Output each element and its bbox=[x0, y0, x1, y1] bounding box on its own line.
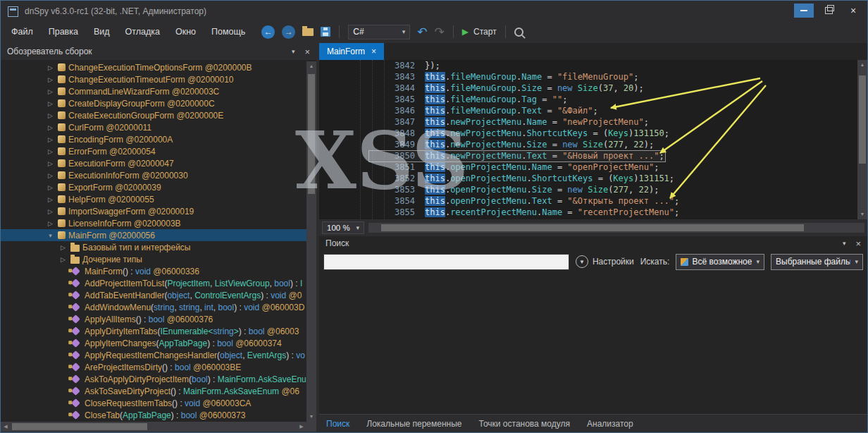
scroll-up-icon[interactable]: ▲ bbox=[306, 61, 316, 71]
tree-item-member[interactable]: ApplyAllItems() : bool @06000376 bbox=[1, 313, 306, 325]
code-line[interactable]: 3845this.fileMenuGroup.Tag = ""; bbox=[319, 94, 857, 105]
scroll-right-icon[interactable]: ▶ bbox=[297, 422, 306, 432]
menu-item-0[interactable]: Файл bbox=[4, 27, 41, 37]
tree-item-class[interactable]: ▷HelpForm @02000055 bbox=[1, 193, 306, 205]
language-select[interactable]: C# ▾ bbox=[348, 25, 410, 39]
tree-item-class[interactable]: ▷ExportForm @02000039 bbox=[1, 181, 306, 193]
scrollbar-thumb[interactable] bbox=[859, 75, 866, 164]
tree-item-member[interactable]: ApplyDirtyItemTabs(IEnumerable<string>) … bbox=[1, 325, 306, 337]
start-button[interactable]: ▶ Старт bbox=[462, 27, 497, 37]
tree-item-class[interactable]: ▾MainForm @02000056 bbox=[1, 229, 306, 241]
tree-item-folder[interactable]: ▷Базовый тип и интерфейсы bbox=[1, 241, 306, 253]
expander-icon[interactable]: ▷ bbox=[46, 196, 55, 203]
code-line[interactable]: 3844this.fileMenuGroup.Size = new Size(3… bbox=[319, 83, 857, 94]
tree-item-class[interactable]: ▷LicenseInfoForm @0200003B bbox=[1, 217, 306, 229]
scroll-down-icon[interactable]: ▼ bbox=[857, 209, 867, 219]
code-line[interactable]: 3847this.newProjectMenu.Name = "newProje… bbox=[319, 116, 857, 128]
expander-icon[interactable]: ▾ bbox=[46, 232, 55, 239]
tree-vertical-scrollbar[interactable]: ▲ ▼ bbox=[306, 61, 316, 422]
tree-item-member[interactable]: AddWindowMenu(string, string, int, bool)… bbox=[1, 301, 306, 313]
panel-close-icon[interactable]: × bbox=[855, 238, 861, 249]
tree-item-member[interactable]: MainForm() : void @06000336 bbox=[1, 265, 306, 277]
tab-close-icon[interactable]: × bbox=[371, 47, 376, 56]
search-icon[interactable] bbox=[514, 28, 523, 37]
navigate-forward-button[interactable]: → bbox=[282, 25, 295, 39]
expander-icon[interactable]: ▷ bbox=[46, 220, 55, 227]
tree-item-member[interactable]: ApplyItemChanges(AppTabPage) : bool @060… bbox=[1, 337, 306, 349]
expander-icon[interactable]: ▷ bbox=[46, 136, 55, 143]
undo-icon[interactable]: ↶ bbox=[417, 26, 427, 38]
open-file-icon[interactable] bbox=[302, 28, 314, 36]
expander-icon[interactable]: ▷ bbox=[46, 172, 55, 179]
menu-item-2[interactable]: Вид bbox=[86, 27, 118, 37]
search-scope-select[interactable]: Всё возможное ▾ bbox=[676, 254, 764, 270]
bottom-tab-0[interactable]: Поиск bbox=[326, 419, 349, 429]
tree-item-class[interactable]: ▷EncodingForm @0200000A bbox=[1, 133, 306, 145]
code-editor[interactable]: 3842});3843this.fileMenuGroup.Name = "fi… bbox=[319, 60, 857, 219]
menu-item-4[interactable]: Окно bbox=[168, 27, 204, 37]
expander-icon[interactable]: ▷ bbox=[46, 124, 55, 131]
code-line[interactable]: 3846this.fileMenuGroup.Text = "&Файл"; bbox=[319, 105, 857, 116]
code-line[interactable]: 3854this.openProjectMenu.Text = "&Открыт… bbox=[319, 195, 857, 207]
menu-item-3[interactable]: Отладка bbox=[118, 27, 168, 37]
expander-icon[interactable]: ▷ bbox=[58, 256, 68, 263]
tree-item-member[interactable]: CloseTab(AppTabPage) : bool @06000373 bbox=[1, 409, 306, 421]
tree-item-class[interactable]: ▷CurlForm @02000011 bbox=[1, 121, 306, 133]
tree-item-class[interactable]: ▷ChangeExecutionTimeoutForm @02000010 bbox=[1, 73, 306, 85]
code-line[interactable]: 3848this.newProjectMenu.ShortcutKeys = (… bbox=[319, 128, 857, 139]
code-line[interactable]: 3842}); bbox=[319, 60, 857, 71]
tree-item-member[interactable]: AddProjectItemToList(ProjectItem, ListVi… bbox=[1, 277, 306, 289]
search-files-select[interactable]: Выбранные файлы ▾ bbox=[771, 254, 863, 270]
expander-icon[interactable]: ▷ bbox=[46, 148, 55, 155]
expander-icon[interactable]: ▷ bbox=[46, 184, 55, 191]
tree-item-member[interactable]: AskToSaveDirtyProject() : MainForm.AskSa… bbox=[1, 385, 306, 397]
tree-item-member[interactable]: AreProjectItemsDirty() : bool @060003BE bbox=[1, 361, 306, 373]
tree-item-class[interactable]: ▷CreateExecutionGroupForm @0200000E bbox=[1, 109, 306, 121]
tree-item-class[interactable]: ▷CreateDisplayGroupForm @0200000C bbox=[1, 97, 306, 109]
expander-icon[interactable]: ▷ bbox=[46, 160, 55, 167]
menu-item-1[interactable]: Правка bbox=[41, 27, 86, 37]
expander-icon[interactable]: ▷ bbox=[46, 64, 55, 71]
search-settings-button[interactable]: ▼ Настройки bbox=[576, 255, 634, 268]
expander-icon[interactable]: ▷ bbox=[46, 100, 55, 107]
code-line[interactable]: 3843this.fileMenuGroup.Name = "fileMenuG… bbox=[319, 71, 857, 83]
code-line[interactable]: 3855this.recentProjectMenu.Name = "recen… bbox=[319, 207, 857, 218]
search-input[interactable] bbox=[323, 254, 569, 270]
minimize-button[interactable] bbox=[794, 4, 814, 18]
zoom-select[interactable]: 100 % ▾ bbox=[322, 221, 364, 234]
expander-icon[interactable]: ▷ bbox=[58, 244, 68, 251]
tree-horizontal-scrollbar[interactable]: ◀ ▶ bbox=[1, 422, 306, 432]
tree-item-member[interactable]: CloseRequestItemTabs() : void @060003CA bbox=[1, 397, 306, 409]
expander-icon[interactable]: ▷ bbox=[46, 76, 55, 83]
panel-close-icon[interactable]: × bbox=[304, 47, 310, 57]
tree-item-member[interactable]: AddTabEventHandler(object, ControlEventA… bbox=[1, 289, 306, 301]
bottom-tab-3[interactable]: Анализатор bbox=[587, 419, 633, 429]
redo-icon[interactable]: ↷ bbox=[435, 26, 445, 38]
tree-item-member[interactable]: AskToApplyDirtyProjectItem(bool) : MainF… bbox=[1, 373, 306, 385]
tree-item-class[interactable]: ▷CommandLineWizardForm @0200003C bbox=[1, 85, 306, 97]
restore-button[interactable] bbox=[819, 4, 838, 18]
editor-horizontal-scrollbar[interactable] bbox=[368, 223, 864, 233]
tree-item-class[interactable]: ▷ImportSwaggerForm @02000019 bbox=[1, 205, 306, 217]
tree-item-class[interactable]: ▷ErrorForm @02000054 bbox=[1, 145, 306, 157]
menu-item-5[interactable]: Помощь bbox=[204, 27, 253, 37]
scroll-up-icon[interactable]: ▲ bbox=[857, 60, 867, 70]
code-line[interactable]: 3852this.openProjectMenu.ShortcutKeys = … bbox=[319, 173, 857, 184]
expander-icon[interactable]: ▷ bbox=[46, 208, 55, 215]
panel-menu-icon[interactable]: ▾ bbox=[292, 48, 295, 55]
scroll-left-icon[interactable]: ◀ bbox=[1, 422, 11, 432]
scrollbar-thumb[interactable] bbox=[12, 423, 147, 430]
bottom-tab-2[interactable]: Точки останова модуля bbox=[479, 419, 571, 429]
code-line[interactable]: 3849this.newProjectMenu.Size = new Size(… bbox=[319, 139, 857, 150]
code-line[interactable]: 3850this.newProjectMenu.Text = "&Новый п… bbox=[319, 150, 857, 161]
tree-item-member[interactable]: ApplyRequestItemChangesHandler(object, E… bbox=[1, 349, 306, 361]
expander-icon[interactable]: ▷ bbox=[46, 88, 55, 95]
scroll-down-icon[interactable]: ▼ bbox=[306, 412, 316, 422]
expander-icon[interactable]: ▷ bbox=[46, 112, 55, 119]
scrollbar-thumb[interactable] bbox=[308, 74, 315, 194]
code-line[interactable]: 3853this.openProjectMenu.Size = new Size… bbox=[319, 184, 857, 195]
scrollbar-thumb[interactable] bbox=[381, 224, 804, 231]
tree-item-class[interactable]: ▷ExecutionForm @02000047 bbox=[1, 157, 306, 169]
bottom-tab-1[interactable]: Локальные переменные bbox=[366, 419, 461, 429]
title-bar[interactable]: dnSpy v6.3.0-rc1 (32-bit, .NET, Админист… bbox=[1, 1, 867, 22]
